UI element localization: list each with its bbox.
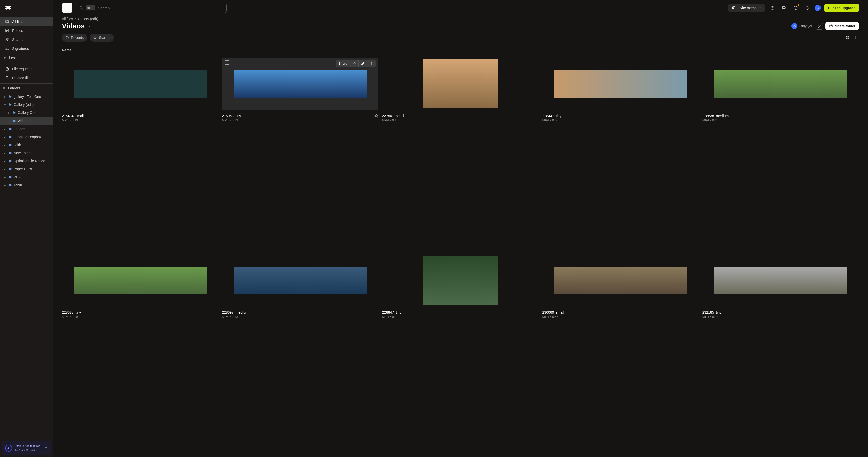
copy-link-button[interactable] bbox=[350, 60, 359, 67]
chevron-right-icon[interactable]: ▸ bbox=[3, 143, 6, 146]
tree-item[interactable]: ▸Tanin bbox=[0, 181, 53, 189]
tree-item[interactable]: ▸gallery - Test One bbox=[0, 93, 53, 101]
file-name: 228697_medium bbox=[222, 311, 248, 314]
thumbnail[interactable] bbox=[62, 58, 218, 110]
search-input[interactable] bbox=[98, 6, 223, 10]
nav-item-deleted-files[interactable]: Deleted files bbox=[0, 73, 53, 83]
select-checkbox[interactable] bbox=[225, 60, 229, 65]
nav-label: Photos bbox=[12, 29, 23, 33]
more-button[interactable] bbox=[367, 60, 376, 67]
devices-button[interactable] bbox=[780, 4, 788, 12]
breadcrumb-link[interactable]: All files bbox=[62, 17, 73, 21]
file-meta: MP4•0:28 bbox=[703, 118, 859, 122]
chevron-right-icon[interactable]: ▸ bbox=[3, 128, 6, 130]
nav-item-photos[interactable]: Photos bbox=[0, 26, 53, 35]
chevron-right-icon[interactable]: ▸ bbox=[3, 168, 6, 170]
search-folder-filter[interactable] bbox=[86, 5, 95, 10]
tree-item[interactable]: ▸Jakir bbox=[0, 141, 53, 149]
chevron-down-icon[interactable]: ▾ bbox=[3, 103, 6, 106]
tree-item[interactable]: ▸Images bbox=[0, 125, 53, 133]
tree-item[interactable]: ▸Paper Docs bbox=[0, 165, 53, 173]
svg-point-28 bbox=[372, 62, 372, 63]
dropbox-logo[interactable] bbox=[0, 0, 53, 16]
edit-button[interactable] bbox=[359, 60, 367, 67]
file-card[interactable]: 227567_small MP4•0:18 bbox=[382, 58, 538, 251]
file-card[interactable]: 228447_tiny MP4•0:08 bbox=[542, 58, 699, 251]
tree-item[interactable]: ▸PDF bbox=[0, 173, 53, 181]
chevron-right-icon[interactable]: ▸ bbox=[3, 152, 6, 155]
panel-view-button[interactable] bbox=[852, 34, 859, 41]
tree-item[interactable]: ▸Optimize File Render… bbox=[0, 157, 53, 165]
svg-point-20 bbox=[89, 26, 90, 27]
svg-point-2 bbox=[6, 38, 7, 40]
share-button[interactable]: Share bbox=[336, 60, 350, 67]
thumbnail[interactable] bbox=[542, 254, 699, 307]
folder-icon bbox=[8, 103, 12, 106]
help-button[interactable] bbox=[792, 4, 800, 12]
nav-label: Signatures bbox=[12, 47, 29, 51]
search-bar[interactable] bbox=[76, 2, 227, 13]
file-card[interactable]: 230060_small MP4•0:45 bbox=[542, 254, 699, 447]
file-card[interactable]: 232185_tiny MP4•0:14 bbox=[703, 254, 859, 447]
tree-item[interactable]: ▾Gallery (edit) bbox=[0, 101, 53, 109]
chevron-right-icon[interactable]: ▸ bbox=[7, 111, 10, 114]
folders-header[interactable]: ▾ Folders bbox=[0, 84, 53, 93]
close-icon[interactable] bbox=[91, 6, 94, 9]
folder-icon bbox=[8, 151, 12, 155]
thumbnail[interactable] bbox=[703, 58, 859, 110]
column-header[interactable]: Name ↑ bbox=[53, 46, 868, 55]
storage-sub: 1.27 GB of 5 GB bbox=[14, 448, 42, 452]
thumbnail[interactable] bbox=[703, 254, 859, 307]
nav-item-file-requests[interactable]: File requests bbox=[0, 64, 53, 73]
star-button[interactable] bbox=[374, 114, 378, 118]
chevron-right-icon[interactable]: ▸ bbox=[3, 176, 6, 178]
thumbnail[interactable] bbox=[382, 58, 538, 110]
notifications-button[interactable] bbox=[803, 4, 811, 12]
tree-item[interactable]: ▾Videos bbox=[0, 117, 53, 125]
chevron-right-icon[interactable]: ▸ bbox=[3, 95, 6, 98]
file-name: 216058_tiny bbox=[222, 114, 241, 118]
file-card[interactable]: Share 216058_tiny MP4•0:33 bbox=[222, 58, 378, 251]
apps-button[interactable] bbox=[769, 4, 777, 12]
create-button[interactable] bbox=[62, 2, 72, 13]
clock-icon bbox=[65, 36, 69, 39]
file-card[interactable]: 228697_medium MP4•0:43 bbox=[222, 254, 378, 447]
thumbnail[interactable]: Share bbox=[222, 58, 378, 110]
file-card[interactable]: 215484_small MP4•0:13 bbox=[62, 58, 218, 251]
copy-link-button[interactable] bbox=[816, 23, 823, 30]
thumbnail[interactable] bbox=[542, 58, 699, 110]
thumbnail[interactable] bbox=[222, 254, 378, 307]
nav-item-signatures[interactable]: Signatures bbox=[0, 44, 53, 53]
thumbnail[interactable] bbox=[62, 254, 218, 307]
nav-item-shared[interactable]: Shared bbox=[0, 35, 53, 44]
breadcrumb-link[interactable]: Gallery (edit) bbox=[78, 17, 98, 21]
nav-item-less[interactable]: ▾Less bbox=[0, 53, 53, 62]
file-card[interactable]: 228638_medium MP4•0:28 bbox=[703, 58, 859, 251]
gear-icon[interactable] bbox=[87, 24, 91, 28]
privacy-indicator[interactable]: Only you bbox=[792, 23, 813, 29]
upgrade-button[interactable]: Click to upgrade bbox=[824, 4, 859, 12]
share-folder-button[interactable]: Share folder bbox=[825, 22, 859, 30]
share-icon bbox=[829, 24, 833, 28]
tree-item[interactable]: ▸Gallery One bbox=[0, 109, 53, 117]
tree-label: Paper Docs bbox=[13, 167, 32, 171]
starred-filter[interactable]: Starred bbox=[90, 34, 114, 42]
tree-item[interactable]: ▸Integrate Dropbox Lo… bbox=[0, 133, 53, 141]
chevron-up-icon[interactable]: ⌃ bbox=[44, 446, 48, 450]
file-card[interactable]: 228847_tiny MP4•0:20 bbox=[382, 254, 538, 447]
file-card[interactable]: 228638_tiny MP4•0:28 bbox=[62, 254, 218, 447]
tree-item[interactable]: ▸New Folder bbox=[0, 149, 53, 157]
chevron-right-icon[interactable]: ▸ bbox=[3, 136, 6, 138]
thumbnail[interactable] bbox=[382, 254, 538, 307]
recents-filter[interactable]: Recents bbox=[62, 34, 87, 42]
storage-widget[interactable]: Explore free features 1.27 GB of 5 GB ⌃ bbox=[2, 441, 51, 455]
grid-view-button[interactable] bbox=[844, 34, 851, 41]
chevron-right-icon[interactable]: ▸ bbox=[3, 160, 6, 162]
nav-item-all-files[interactable]: All files bbox=[0, 17, 53, 26]
view-toggle bbox=[844, 34, 859, 41]
invite-members-button[interactable]: Invite members bbox=[728, 4, 765, 12]
chevron-right-icon[interactable]: ▸ bbox=[3, 184, 6, 187]
chevron-down-icon[interactable]: ▾ bbox=[7, 120, 10, 122]
user-avatar[interactable]: C bbox=[815, 5, 821, 11]
tree-label: Gallery (edit) bbox=[13, 103, 34, 107]
